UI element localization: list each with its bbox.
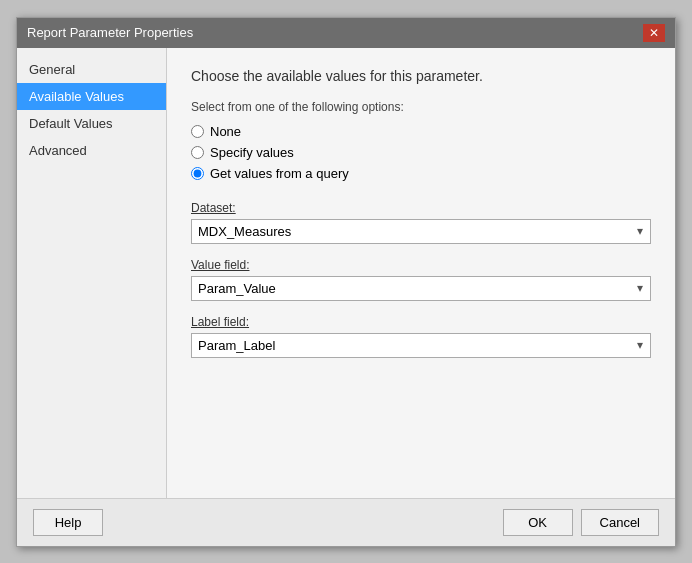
- close-button[interactable]: ✕: [643, 24, 665, 42]
- section-label: Select from one of the following options…: [191, 100, 651, 114]
- help-button[interactable]: Help: [33, 509, 103, 536]
- title-bar: Report Parameter Properties ✕: [17, 18, 675, 48]
- radio-group: None Specify values Get values from a qu…: [191, 124, 651, 181]
- value-field-select[interactable]: Param_Value: [191, 276, 651, 301]
- radio-specify[interactable]: Specify values: [191, 145, 651, 160]
- value-field-label: Value field:: [191, 258, 651, 272]
- radio-query-input[interactable]: [191, 167, 204, 180]
- value-field-group: Value field: Param_Value: [191, 258, 651, 301]
- label-field-label: Label field:: [191, 315, 651, 329]
- label-field-group: Label field: Param_Label: [191, 315, 651, 358]
- footer-right-buttons: OK Cancel: [503, 509, 659, 536]
- sidebar-item-default-values[interactable]: Default Values: [17, 110, 166, 137]
- dialog-footer: Help OK Cancel: [17, 498, 675, 546]
- page-title: Choose the available values for this par…: [191, 68, 651, 84]
- dialog-body: General Available Values Default Values …: [17, 48, 675, 498]
- dataset-field-group: Dataset: MDX_Measures: [191, 201, 651, 244]
- radio-none[interactable]: None: [191, 124, 651, 139]
- sidebar-item-general[interactable]: General: [17, 56, 166, 83]
- dialog-title: Report Parameter Properties: [27, 25, 193, 40]
- sidebar-item-available-values[interactable]: Available Values: [17, 83, 166, 110]
- radio-none-input[interactable]: [191, 125, 204, 138]
- cancel-button[interactable]: Cancel: [581, 509, 659, 536]
- radio-query[interactable]: Get values from a query: [191, 166, 651, 181]
- label-field-select-wrapper: Param_Label: [191, 333, 651, 358]
- main-content: Choose the available values for this par…: [167, 48, 675, 498]
- dataset-select[interactable]: MDX_Measures: [191, 219, 651, 244]
- sidebar: General Available Values Default Values …: [17, 48, 167, 498]
- dataset-select-wrapper: MDX_Measures: [191, 219, 651, 244]
- sidebar-item-advanced[interactable]: Advanced: [17, 137, 166, 164]
- radio-specify-input[interactable]: [191, 146, 204, 159]
- dialog-window: Report Parameter Properties ✕ General Av…: [16, 17, 676, 547]
- dataset-label: Dataset:: [191, 201, 651, 215]
- label-field-select[interactable]: Param_Label: [191, 333, 651, 358]
- value-field-select-wrapper: Param_Value: [191, 276, 651, 301]
- ok-button[interactable]: OK: [503, 509, 573, 536]
